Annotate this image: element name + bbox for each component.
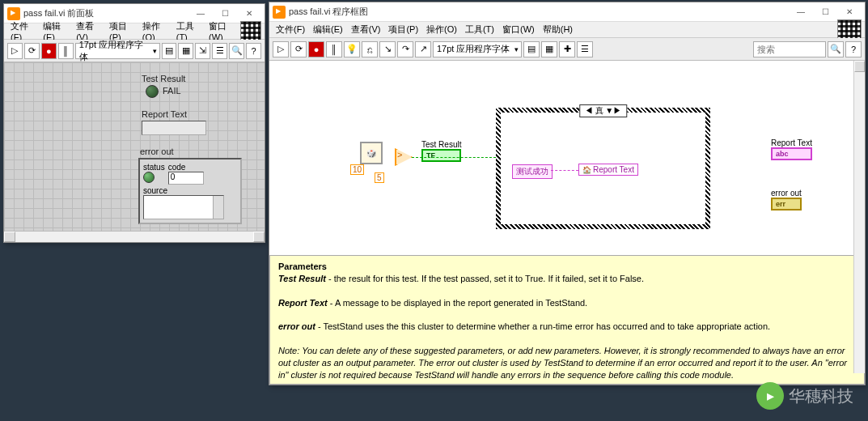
string-constant[interactable]: 测试成功 [512, 164, 553, 179]
test-result-led[interactable] [146, 85, 159, 98]
labview-icon [7, 7, 20, 20]
params-heading: Parameters [278, 262, 327, 271]
abort-button[interactable]: ● [41, 43, 57, 59]
bd-canvas[interactable]: 🎲 10 5 > Test Result TF ◀ 真 ▼▶ 测试成功 Repo… [269, 61, 865, 385]
subvi-node[interactable]: 🎲 [360, 142, 383, 164]
parameters-panel: Parameters Test Result - the result for … [269, 255, 865, 385]
wire-string [551, 170, 578, 171]
block-diagram-window: pass fail.vi 程序框图 — ☐ ✕ 文件(F) 编辑(E) 查看(V… [269, 2, 866, 385]
menu-operate[interactable]: 操作(O) [423, 23, 460, 36]
fail-text: FAIL [163, 86, 181, 96]
search-icon[interactable]: 🔍 [828, 41, 844, 57]
font-select[interactable]: 17pt 应用程序字体 [75, 43, 160, 59]
scroll-left-icon[interactable] [4, 232, 15, 242]
report-text-terminal[interactable]: Report Text abc [771, 138, 812, 160]
menu-file[interactable]: 文件(F) [273, 23, 308, 36]
error-out-cluster[interactable]: status code 0 source [138, 158, 242, 224]
source-box[interactable] [143, 195, 224, 219]
align-button[interactable]: ▤ [523, 41, 540, 57]
param2-label: Report Text [278, 298, 328, 308]
greater-than-icon: > [397, 150, 402, 159]
params-note: Note: You can delete any of these sugges… [278, 346, 847, 380]
code-value[interactable]: 0 [168, 172, 204, 185]
fp-menubar: 文件(F) 编辑(E) 查看(V) 项目(P) 操作(O) 工具(T) 窗口(W… [4, 23, 265, 40]
maximize-button[interactable]: ☐ [813, 4, 837, 20]
search-input[interactable] [753, 41, 826, 57]
bd-titlebar[interactable]: pass fail.vi 程序框图 — ☐ ✕ [269, 2, 865, 22]
pause-button[interactable]: ║ [326, 41, 342, 57]
bd-title: pass fail.vi 程序框图 [289, 6, 789, 18]
wechat-icon: ▸ [756, 382, 784, 410]
menu-project[interactable]: 项目(P) [385, 23, 421, 36]
terminal-label: Test Result [421, 140, 461, 149]
report-text-indicator[interactable] [142, 121, 206, 135]
param3-text: - TestStand uses the this cluster to det… [315, 321, 770, 331]
terminal-label: Report Text [771, 138, 812, 147]
close-button[interactable]: ✕ [837, 4, 862, 20]
search-button[interactable]: 🔍 [229, 43, 244, 59]
const-5[interactable]: 5 [375, 172, 384, 183]
highlight-exec-button[interactable]: 💡 [344, 41, 360, 57]
scroll-right-icon[interactable] [253, 232, 265, 242]
code-label: code [168, 163, 204, 172]
cleanup-button[interactable]: ✚ [559, 41, 575, 57]
bd-menubar: 文件(F) 编辑(E) 查看(V) 项目(P) 操作(O) 工具(T) 窗口(W… [269, 22, 865, 38]
close-button[interactable]: ✕ [237, 6, 261, 22]
run-button[interactable]: ▷ [273, 41, 289, 57]
resize-button[interactable]: ⇲ [195, 43, 210, 59]
help-button[interactable]: ? [246, 43, 261, 59]
step-into-button[interactable]: ↘ [379, 41, 396, 57]
menu-help[interactable]: 帮助(H) [540, 23, 576, 36]
menu-edit[interactable]: 编辑(E) [310, 23, 346, 36]
help-button[interactable]: ? [845, 41, 862, 57]
error-out-terminal[interactable]: error out err [771, 189, 802, 210]
terminal-type-icon: err [771, 198, 802, 210]
run-cont-button[interactable]: ⟳ [24, 43, 40, 59]
scroll-track[interactable] [15, 232, 253, 242]
error-out-label: error out [140, 147, 174, 156]
fp-canvas[interactable]: Test Result FAIL Report Text error out s… [4, 62, 265, 231]
minimize-button[interactable]: — [789, 4, 813, 20]
distribute-button[interactable]: ▦ [541, 41, 557, 57]
param3-label: error out [278, 321, 315, 331]
reorder-button[interactable]: ☰ [577, 41, 593, 57]
reorder-button[interactable]: ☰ [212, 43, 227, 59]
param2-text: - A message to be displayed in the repor… [328, 298, 587, 308]
report-text-label: Report Text [142, 109, 187, 119]
test-result-terminal[interactable]: Test Result TF [421, 140, 461, 162]
run-cont-button[interactable]: ⟳ [290, 41, 307, 57]
bd-toolbar: ▷ ⟳ ● ║ 💡 ⎌ ↘ ↷ ↗ 17pt 应用程序字体 ▤ ▦ ✚ ☰ 🔍 … [269, 38, 865, 61]
case-selector[interactable]: ◀ 真 ▼▶ [579, 104, 627, 117]
param1-text: - the result for this test. If the test … [326, 274, 644, 283]
terminal-type-icon: TF [421, 149, 461, 162]
menu-view[interactable]: 查看(V) [348, 23, 384, 36]
bd-vscroll[interactable] [853, 61, 865, 373]
labview-icon [273, 6, 286, 19]
const-10[interactable]: 10 [350, 164, 364, 175]
run-button[interactable]: ▷ [7, 43, 23, 59]
wire-bool [412, 157, 496, 158]
fp-hscroll[interactable] [4, 231, 265, 242]
abort-button[interactable]: ● [308, 41, 324, 57]
local-variable-report-text[interactable]: Report Text [578, 164, 638, 176]
menu-tools[interactable]: 工具(T) [462, 23, 498, 36]
font-select[interactable]: 17pt 应用程序字体 [433, 41, 522, 57]
pause-button[interactable]: ║ [58, 43, 74, 59]
terminal-label: error out [771, 189, 802, 198]
status-led[interactable] [143, 172, 155, 183]
scroll-up-icon[interactable] [854, 61, 865, 72]
fp-toolbar: ▷ ⟳ ● ║ 17pt 应用程序字体 ▤ ▦ ⇲ ☰ 🔍 ? [4, 40, 265, 62]
fp-title: pass fail.vi 前面板 [23, 7, 188, 19]
source-label: source [143, 186, 237, 195]
vi-icon[interactable] [240, 21, 261, 42]
step-over-button[interactable]: ↷ [397, 41, 413, 57]
menu-window[interactable]: 窗口(W) [499, 23, 538, 36]
watermark: ▸ 华穗科技 [756, 382, 853, 410]
distribute-button[interactable]: ▦ [178, 43, 193, 59]
retain-wire-button[interactable]: ⎌ [362, 41, 378, 57]
vi-icon[interactable] [837, 19, 862, 40]
step-out-button[interactable]: ↗ [415, 41, 431, 57]
test-result-label: Test Result [142, 74, 185, 83]
align-button[interactable]: ▤ [162, 43, 177, 59]
terminal-type-icon: abc [771, 147, 812, 160]
